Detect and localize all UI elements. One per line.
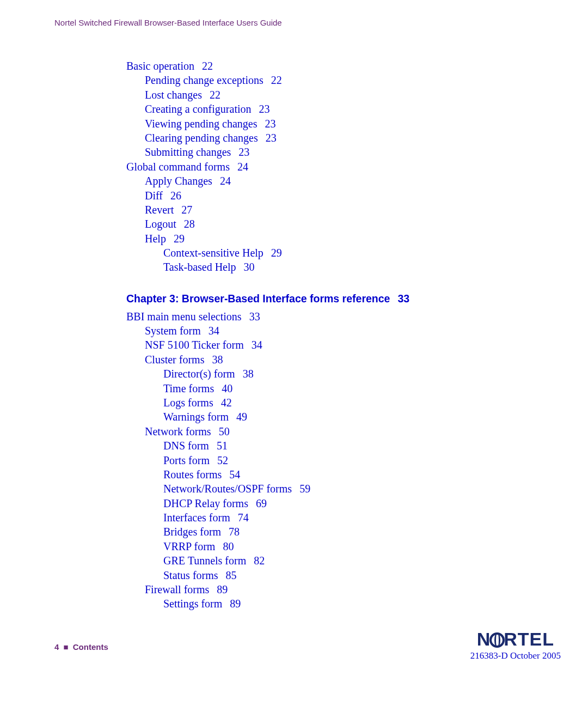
footer-section: Contents bbox=[73, 642, 108, 652]
toc-entry-title: Network/Routes/OSPF forms bbox=[163, 483, 292, 495]
toc-entry-title: Cluster forms bbox=[145, 354, 204, 366]
toc-entry-title: Lost changes bbox=[145, 89, 202, 101]
nortel-logo: NRTEL bbox=[470, 630, 561, 648]
toc-entry-page: 89 bbox=[217, 583, 228, 595]
toc-entry-title: Firewall forms bbox=[145, 583, 209, 595]
toc-entry-page: 85 bbox=[226, 569, 237, 581]
toc-entry-title: Global command forms bbox=[126, 161, 230, 173]
toc-entry[interactable]: Firewall forms89 bbox=[145, 582, 534, 597]
toc-entry[interactable]: DNS form51 bbox=[163, 439, 534, 453]
toc-entry-page: 38 bbox=[243, 368, 254, 380]
toc-entry-title: Logs forms bbox=[163, 397, 213, 409]
toc-entry[interactable]: Context-sensitive Help29 bbox=[163, 246, 534, 260]
toc-entry[interactable]: VRRP form80 bbox=[163, 539, 534, 553]
toc-entry-title: Status forms bbox=[163, 569, 218, 581]
toc-entry[interactable]: Logout28 bbox=[145, 217, 534, 231]
toc-entry-page: 54 bbox=[229, 468, 240, 480]
toc-entry[interactable]: Apply Changes24 bbox=[145, 174, 534, 188]
toc-entry[interactable]: Global command forms24 bbox=[126, 160, 534, 174]
toc-entry[interactable]: Director(s) form38 bbox=[163, 367, 534, 381]
toc-entry[interactable]: Help29 bbox=[145, 232, 534, 246]
toc-entry[interactable]: Submitting changes23 bbox=[145, 145, 534, 159]
toc-entry-title: Bridges form bbox=[163, 526, 221, 538]
toc-entry-page: 23 bbox=[265, 118, 276, 130]
toc-entry-title: Revert bbox=[145, 204, 174, 216]
toc-entry[interactable]: Clearing pending changes23 bbox=[145, 131, 534, 145]
toc-entry-page: 29 bbox=[174, 233, 185, 245]
toc-entry-title: Context-sensitive Help bbox=[163, 247, 264, 259]
toc-entry[interactable]: Diff26 bbox=[145, 188, 534, 203]
toc-entry[interactable]: Settings form89 bbox=[163, 597, 534, 611]
toc-entry[interactable]: Network/Routes/OSPF forms59 bbox=[163, 482, 534, 496]
toc-entry-page: 33 bbox=[249, 311, 260, 322]
toc-entry[interactable]: Lost changes22 bbox=[145, 88, 534, 102]
toc-entry[interactable]: Status forms85 bbox=[163, 568, 534, 582]
toc-entry-page: 89 bbox=[230, 598, 241, 610]
toc-entry-page: 78 bbox=[229, 526, 240, 538]
toc-entry[interactable]: DHCP Relay forms69 bbox=[163, 496, 534, 510]
toc-entry-page: 30 bbox=[244, 261, 255, 273]
toc-entry-page: 22 bbox=[210, 89, 220, 101]
table-of-contents: Basic operation22Pending change exceptio… bbox=[126, 59, 534, 611]
toc-entry-page: 49 bbox=[236, 411, 247, 423]
toc-entry-page: 29 bbox=[271, 247, 282, 259]
toc-entry-page: 40 bbox=[222, 382, 232, 394]
toc-entry-page: 24 bbox=[220, 175, 231, 187]
toc-entry-page: 23 bbox=[259, 103, 270, 115]
toc-entry[interactable]: Pending change exceptions22 bbox=[145, 73, 534, 87]
toc-entry-title: Director(s) form bbox=[163, 368, 235, 380]
toc-entry-page: 34 bbox=[209, 325, 219, 337]
toc-entry[interactable]: Revert27 bbox=[145, 203, 534, 217]
toc-entry-title: Viewing pending changes bbox=[145, 118, 258, 130]
toc-entry-page: 26 bbox=[170, 190, 181, 202]
toc-entry-page: 38 bbox=[212, 354, 223, 366]
toc-entry-page: 34 bbox=[252, 339, 262, 351]
toc-entry-page: 23 bbox=[266, 132, 277, 144]
toc-entry[interactable]: Viewing pending changes23 bbox=[145, 117, 534, 131]
toc-entry-title: Submitting changes bbox=[145, 146, 231, 158]
toc-entry[interactable]: Interfaces form74 bbox=[163, 510, 534, 525]
toc-entry-page: 52 bbox=[217, 454, 228, 466]
toc-entry-title: Ports form bbox=[163, 454, 210, 466]
toc-entry-title: GRE Tunnels form bbox=[163, 555, 246, 567]
toc-entry-page: 51 bbox=[217, 440, 228, 452]
toc-entry-title: Clearing pending changes bbox=[145, 132, 258, 144]
toc-entry[interactable]: Logs forms42 bbox=[163, 395, 534, 410]
toc-entry[interactable]: Cluster forms38 bbox=[145, 352, 534, 367]
footer-right: NRTEL 216383-D October 2005 bbox=[470, 630, 561, 661]
toc-entry-page: 22 bbox=[271, 74, 282, 86]
toc-entry-page: 22 bbox=[202, 60, 213, 72]
toc-entry[interactable]: Task-based Help30 bbox=[163, 260, 534, 274]
toc-entry[interactable]: Bridges form78 bbox=[163, 525, 534, 539]
toc-entry[interactable]: Time forms40 bbox=[163, 381, 534, 395]
toc-entry[interactable]: BBI main menu selections33 bbox=[126, 309, 534, 324]
globe-icon bbox=[489, 632, 505, 648]
toc-entry[interactable]: Basic operation22 bbox=[126, 59, 534, 73]
toc-entry-title: BBI main menu selections bbox=[126, 311, 242, 322]
toc-entry-title: DHCP Relay forms bbox=[163, 497, 248, 509]
toc-entry-page: 69 bbox=[256, 497, 267, 509]
toc-entry-title: NSF 5100 Ticker form bbox=[145, 339, 244, 351]
footer-page-number: 4 bbox=[54, 642, 59, 652]
toc-entry[interactable]: System form34 bbox=[145, 324, 534, 338]
toc-entry-page: 27 bbox=[181, 204, 192, 216]
toc-entry[interactable]: Routes forms54 bbox=[163, 467, 534, 482]
toc-entry-title: Network forms bbox=[145, 425, 211, 437]
toc-entry-page: 28 bbox=[184, 218, 195, 230]
toc-entry[interactable]: GRE Tunnels form82 bbox=[163, 553, 534, 568]
toc-entry[interactable]: Creating a configuration23 bbox=[145, 102, 534, 116]
running-header: Nortel Switched Firewall Browser-Based I… bbox=[54, 18, 534, 27]
toc-entry-page: 80 bbox=[223, 540, 234, 552]
toc-chapter-title: Chapter 3: Browser-Based Interface forms… bbox=[126, 293, 390, 305]
toc-entry-title: Basic operation bbox=[126, 60, 194, 72]
toc-entry[interactable]: NSF 5100 Ticker form34 bbox=[145, 338, 534, 352]
toc-entry-title: Diff bbox=[145, 190, 163, 202]
toc-entry-title: Logout bbox=[145, 218, 176, 230]
toc-chapter-page: 33 bbox=[397, 293, 409, 305]
toc-entry-title: Settings form bbox=[163, 598, 222, 610]
toc-chapter-heading[interactable]: Chapter 3: Browser-Based Interface forms… bbox=[126, 292, 534, 306]
toc-entry[interactable]: Network forms50 bbox=[145, 424, 534, 439]
toc-entry-page: 59 bbox=[299, 483, 310, 495]
toc-entry[interactable]: Warnings form49 bbox=[163, 410, 534, 424]
toc-entry[interactable]: Ports form52 bbox=[163, 453, 534, 467]
